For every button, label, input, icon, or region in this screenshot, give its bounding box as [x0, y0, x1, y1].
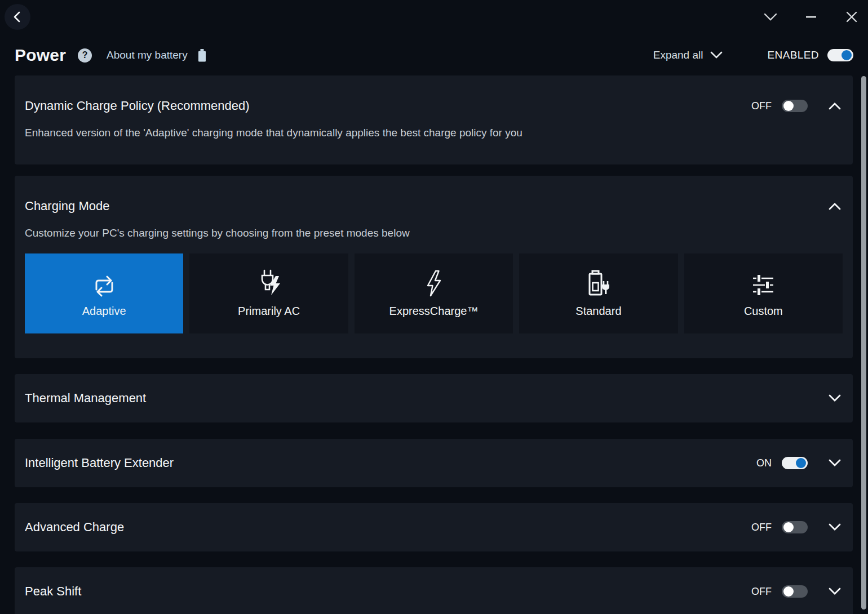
toggle-state-label: OFF: [751, 522, 772, 533]
tile-label: Primarily AC: [238, 305, 300, 318]
card-dynamic-charge-policy: Dynamic Charge Policy (Recommended) OFF …: [15, 75, 853, 164]
expand-button[interactable]: [827, 584, 843, 599]
header-right: Expand all ENABLED: [653, 49, 853, 61]
battery-plug-icon: [586, 270, 612, 297]
chevron-left-icon: [11, 10, 24, 24]
minimize-icon: [805, 15, 817, 19]
collapse-button[interactable]: [827, 198, 843, 214]
chevron-down-icon: [828, 459, 842, 467]
vertical-scrollbar[interactable]: [861, 76, 866, 609]
card-peak-shift: Peak Shift OFF: [15, 567, 853, 614]
about-battery-label: About my battery: [107, 49, 188, 61]
tile-label: Standard: [575, 305, 621, 318]
toggle-state-label: OFF: [751, 100, 772, 112]
toggle-knob: [783, 586, 794, 597]
toggle-state-label: OFF: [751, 586, 772, 598]
titlebar: [0, 0, 868, 34]
card-title: Thermal Management: [25, 391, 146, 406]
toggle-knob: [783, 101, 794, 111]
toggle-state-label: ON: [756, 457, 772, 469]
card-title: Intelligent Battery Extender: [25, 456, 174, 470]
expand-button[interactable]: [827, 390, 843, 406]
plug-bolt-icon: [255, 270, 282, 297]
charging-mode-tile-custom[interactable]: Custom: [684, 253, 843, 333]
back-button[interactable]: [5, 4, 30, 30]
card-description: Enhanced version of the 'Adaptive' charg…: [25, 127, 843, 139]
chevron-down-icon: [828, 588, 842, 595]
expand-button[interactable]: [827, 455, 843, 471]
card-charging-mode: Charging Mode Customize your PC's chargi…: [15, 176, 853, 358]
collapse-button[interactable]: [827, 98, 843, 114]
window-controls: [763, 0, 859, 34]
chevron-down-icon: [828, 394, 842, 402]
chevron-down-icon: [828, 523, 842, 531]
chevron-down-icon: [710, 51, 723, 59]
tile-label: Custom: [744, 305, 783, 318]
repeat-icon: [91, 270, 117, 297]
enabled-label: ENABLED: [767, 49, 819, 61]
card-title: Peak Shift: [25, 584, 81, 599]
card-advanced-charge: Advanced Charge OFF: [15, 503, 853, 551]
charging-mode-tile-adaptive[interactable]: Adaptive: [25, 253, 183, 333]
about-battery-link[interactable]: About my battery: [107, 49, 206, 62]
help-icon[interactable]: ?: [78, 48, 92, 63]
window-restore-button[interactable]: [763, 10, 778, 24]
peak-shift-toggle[interactable]: [782, 585, 808, 598]
tile-label: ExpressCharge™: [389, 305, 479, 318]
card-title: Dynamic Charge Policy (Recommended): [25, 99, 250, 113]
charging-mode-tiles: Adaptive Primarily AC ExpressCharge™ Sta…: [25, 253, 843, 333]
card-title: Charging Mode: [25, 199, 109, 213]
page-header: Power ? About my battery Expand all ENAB…: [15, 42, 853, 69]
advanced-charge-toggle[interactable]: [782, 521, 808, 533]
toggle-knob: [783, 522, 794, 532]
battery-icon: [198, 49, 206, 62]
toggle-knob: [796, 458, 806, 468]
chevron-up-icon: [828, 102, 842, 110]
charging-mode-tile-primarily-ac[interactable]: Primarily AC: [189, 253, 348, 333]
page-title: Power: [15, 46, 66, 65]
chevron-up-icon: [828, 202, 842, 210]
toggle-knob: [842, 50, 852, 60]
card-description: Customize your PC's charging settings by…: [25, 227, 843, 239]
card-title: Advanced Charge: [25, 520, 124, 535]
card-intelligent-battery-extender: Intelligent Battery Extender ON: [15, 439, 853, 487]
settings-list: Dynamic Charge Policy (Recommended) OFF …: [15, 75, 853, 614]
charging-mode-tile-standard[interactable]: Standard: [519, 253, 677, 333]
enabled-toggle[interactable]: [827, 49, 853, 61]
dynamic-charge-toggle[interactable]: [782, 100, 808, 112]
expand-button[interactable]: [827, 519, 843, 535]
close-icon: [846, 11, 857, 23]
sliders-icon: [750, 270, 776, 297]
tile-label: Adaptive: [82, 305, 126, 318]
window-close-button[interactable]: [844, 10, 859, 24]
expand-all-label: Expand all: [653, 49, 703, 61]
window-minimize-button[interactable]: [804, 10, 818, 24]
charging-mode-tile-expresscharge[interactable]: ExpressCharge™: [355, 253, 513, 333]
battery-extender-toggle[interactable]: [782, 457, 808, 469]
enabled-group: ENABLED: [767, 49, 853, 61]
bolt-icon: [424, 270, 444, 297]
chevron-down-icon: [763, 12, 778, 21]
expand-all-button[interactable]: Expand all: [653, 49, 724, 61]
card-thermal-management: Thermal Management: [15, 374, 853, 422]
